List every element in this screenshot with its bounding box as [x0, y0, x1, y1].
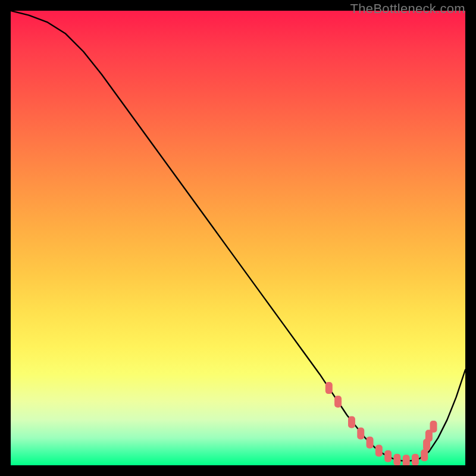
- marker-dot: [403, 455, 410, 465]
- watermark-text: TheBottleneck.com: [350, 1, 465, 17]
- chart-frame: TheBottleneck.com: [0, 0, 476, 476]
- marker-dot: [357, 428, 364, 440]
- chart-overlay: [11, 11, 465, 465]
- marker-dot: [348, 416, 355, 428]
- plot-area: [11, 11, 465, 465]
- marker-dot: [393, 454, 400, 465]
- marker-dot: [421, 449, 428, 461]
- marker-dot: [334, 396, 342, 408]
- marker-dot: [367, 437, 374, 449]
- optimal-range-markers: [325, 382, 437, 465]
- bottleneck-curve-line: [11, 11, 465, 461]
- marker-dot: [384, 450, 392, 462]
- marker-dot: [412, 454, 419, 465]
- marker-dot: [375, 445, 383, 457]
- marker-dot: [430, 421, 437, 433]
- marker-dot: [325, 382, 333, 394]
